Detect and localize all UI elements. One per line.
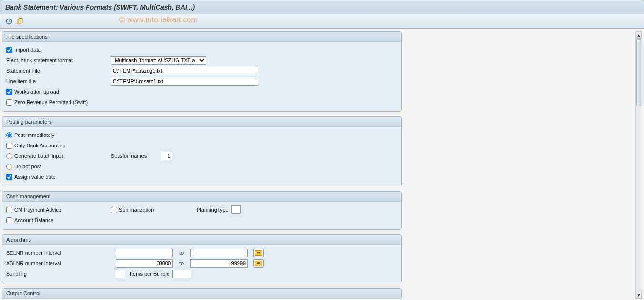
generate-batch-radio[interactable] — [6, 153, 12, 159]
account-balance-checkbox-label[interactable]: Account Balance — [6, 217, 54, 223]
group-title: File specifications — [2, 32, 401, 42]
assign-value-date-checkbox[interactable] — [6, 174, 12, 180]
session-names-label: Session names — [111, 153, 147, 159]
workstation-upload-text: Workstation upload — [14, 89, 59, 95]
do-not-post-text: Do not post — [14, 164, 41, 169]
post-immediately-radio-label[interactable]: Post Immediately — [6, 132, 54, 138]
get-variant-icon[interactable] — [16, 17, 25, 26]
assign-value-date-checkbox-label[interactable]: Assign value date — [6, 174, 56, 180]
group-title: Algorithms — [2, 235, 401, 245]
belnr-to-input[interactable] — [190, 249, 248, 257]
group-posting-parameters: Posting parameters Post Immediately Only… — [2, 116, 402, 186]
only-bank-checkbox[interactable] — [6, 143, 12, 149]
group-title: Output Control — [2, 289, 401, 299]
session-names-input[interactable] — [161, 152, 172, 160]
zero-revenue-checkbox-label[interactable]: Zero Revenue Permitted (Swift) — [6, 99, 88, 106]
only-bank-text: Only Bank Accounting — [14, 143, 66, 148]
account-balance-text: Account Balance — [14, 217, 54, 223]
line-item-file-input[interactable] — [111, 77, 258, 86]
only-bank-checkbox-label[interactable]: Only Bank Accounting — [6, 143, 66, 149]
group-cash-management: Cash management CM Payment Advice Summar… — [2, 191, 402, 230]
execute-icon[interactable] — [4, 17, 14, 26]
line-item-file-label: Line item file — [6, 78, 36, 84]
summarization-checkbox-label[interactable]: Summarization — [111, 207, 154, 213]
scroll-down-button[interactable]: ▼ — [636, 292, 642, 299]
do-not-post-radio-label[interactable]: Do not post — [6, 164, 41, 170]
scroll-up-button[interactable]: ▲ — [636, 32, 642, 39]
planning-type-label: Planning type — [197, 207, 228, 213]
format-label: Elect. bank statement format — [6, 58, 73, 63]
toolbar: © www.tutorialkart.com — [0, 14, 644, 29]
cm-payment-advice-checkbox-label[interactable]: CM Payment Advice — [6, 207, 61, 213]
planning-type-input[interactable] — [231, 205, 241, 214]
group-title: Cash management — [2, 192, 401, 202]
zero-revenue-text: Zero Revenue Permitted (Swift) — [14, 99, 88, 105]
svg-rect-4 — [19, 19, 22, 23]
workstation-upload-checkbox-label[interactable]: Workstation upload — [6, 89, 59, 95]
post-immediately-text: Post Immediately — [14, 132, 54, 138]
to-label: to — [179, 261, 184, 266]
xblnr-from-input[interactable] — [116, 259, 173, 268]
group-output-control: Output Control — [2, 288, 402, 299]
import-data-checkbox[interactable] — [6, 47, 12, 53]
bundling-label: Bundling — [6, 271, 27, 277]
group-file-specifications: File specifications Import data Elect. b… — [2, 31, 402, 112]
import-data-checkbox-label[interactable]: Import data — [6, 47, 41, 53]
import-data-text: Import data — [14, 47, 41, 53]
generate-batch-text: Generate batch input — [14, 153, 63, 159]
belnr-from-input[interactable] — [116, 249, 173, 257]
cm-payment-advice-text: CM Payment Advice — [14, 207, 61, 213]
items-per-bundle-input[interactable] — [172, 270, 191, 278]
xblnr-label: XBLNR number interval — [6, 261, 61, 266]
summarization-checkbox[interactable] — [111, 207, 117, 213]
assign-value-date-text: Assign value date — [14, 174, 56, 180]
group-algorithms: Algorithms BELNR number interval to ⇨ XB… — [2, 234, 402, 283]
belnr-label: BELNR number interval — [6, 250, 61, 256]
summarization-text: Summarization — [119, 207, 154, 213]
generate-batch-radio-label[interactable]: Generate batch input — [6, 153, 63, 159]
xblnr-multiple-selection-button[interactable]: ⇨ — [253, 259, 264, 268]
watermark: © www.tutorialkart.com — [119, 16, 198, 24]
xblnr-to-input[interactable] — [190, 259, 248, 268]
format-select[interactable]: Multicash (format: AUSZUG.TXT a… — [111, 56, 206, 65]
bundling-input[interactable] — [116, 270, 125, 278]
group-title: Posting parameters — [2, 117, 401, 127]
statement-file-label: Statement File — [6, 68, 40, 74]
zero-revenue-checkbox[interactable] — [6, 99, 12, 106]
vertical-scrollbar[interactable]: ▲ ▼ — [635, 31, 642, 299]
page-title: Bank Statement: Various Formats (SWIFT, … — [0, 0, 644, 14]
to-label: to — [179, 250, 184, 256]
account-balance-checkbox[interactable] — [6, 217, 12, 223]
cm-payment-advice-checkbox[interactable] — [6, 207, 12, 213]
belnr-multiple-selection-button[interactable]: ⇨ — [253, 249, 264, 257]
workstation-upload-checkbox[interactable] — [6, 89, 12, 95]
post-immediately-radio[interactable] — [6, 132, 12, 138]
statement-file-input[interactable] — [111, 67, 258, 75]
scrollbar-thumb[interactable] — [636, 39, 641, 106]
items-per-bundle-label: Items per Bundle — [130, 271, 169, 277]
do-not-post-radio[interactable] — [6, 164, 12, 170]
